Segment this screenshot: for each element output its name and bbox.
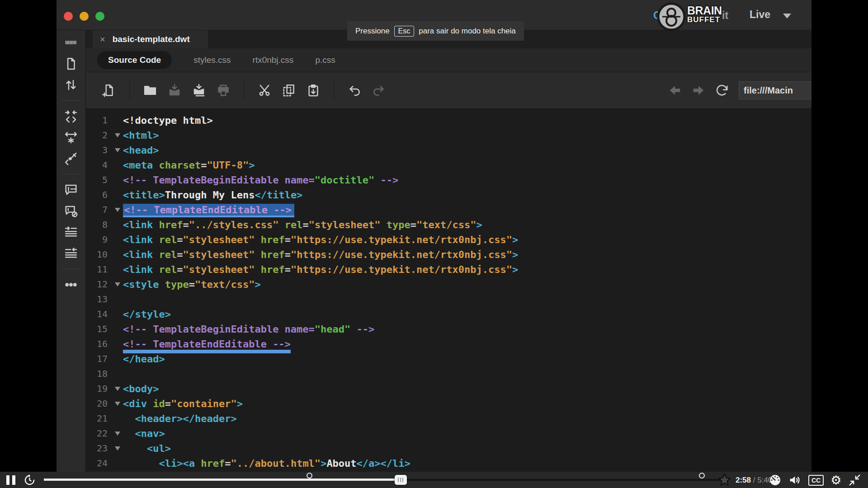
code-line-6[interactable]: 6<title>Through My Lens</title>	[86, 188, 811, 202]
code-text[interactable]: <!-- TemplateEndEditable -->	[123, 202, 294, 217]
settings-gear-icon[interactable]: ⚙	[830, 474, 841, 486]
code-text[interactable]: <!-- TemplateBeginEditable name="head" -…	[123, 322, 374, 337]
related-file-0[interactable]: Source Code	[97, 51, 172, 69]
fold-arrow-icon[interactable]	[112, 202, 123, 217]
code-line-21[interactable]: 21 <header></header>	[86, 411, 811, 426]
code-text[interactable]: <head>	[123, 143, 159, 158]
code-text[interactable]: <div id="container">	[123, 396, 243, 411]
refresh-icon[interactable]	[715, 84, 729, 97]
indent-icon[interactable]	[64, 225, 78, 239]
view-mode-live[interactable]: Live	[750, 9, 770, 21]
apply-comment-icon[interactable]	[64, 183, 78, 197]
minimize-window-button[interactable]	[80, 12, 89, 21]
code-line-2[interactable]: 2<html>	[86, 128, 811, 143]
code-line-13[interactable]: 13	[86, 292, 811, 307]
code-line-24[interactable]: 24 <li><a href="../about.html">About</a>…	[86, 456, 811, 471]
code-line-5[interactable]: 5<!-- TemplateBeginEditable name="doctit…	[86, 173, 811, 188]
code-text[interactable]: <ul>	[123, 441, 171, 456]
more-options-icon[interactable]	[64, 278, 78, 291]
code-text[interactable]: <link rel="stylesheet" href="https://use…	[123, 232, 518, 247]
fold-arrow-icon[interactable]	[112, 143, 123, 158]
progress-marker-1[interactable]	[699, 473, 705, 479]
code-text[interactable]: <link rel="stylesheet" href="https://use…	[123, 247, 518, 262]
remove-comment-icon[interactable]	[64, 204, 78, 218]
fold-arrow-icon[interactable]	[112, 128, 123, 143]
fold-arrow-icon[interactable]	[112, 441, 123, 456]
code-text[interactable]: <html>	[123, 128, 159, 143]
pause-button[interactable]	[6, 475, 15, 485]
code-line-10[interactable]: 10<link rel="stylesheet" href="https://u…	[86, 247, 811, 262]
exit-fullscreen-icon[interactable]	[848, 474, 861, 487]
volume-icon[interactable]	[788, 474, 802, 487]
new-file-icon[interactable]	[102, 84, 116, 97]
print-icon[interactable]	[217, 84, 230, 97]
code-line-22[interactable]: 22 <nav>	[86, 426, 811, 441]
fold-arrow-icon[interactable]	[112, 381, 123, 396]
code-text[interactable]: <header></header>	[123, 411, 237, 426]
live-dropdown-caret-icon[interactable]	[783, 14, 791, 19]
code-text[interactable]: <link href="../styles.css" rel="styleshe…	[123, 217, 482, 232]
code-line-3[interactable]: 3<head>	[86, 143, 811, 158]
related-file-3[interactable]: p.css	[315, 55, 335, 65]
address-bar[interactable]: file:///Macin	[739, 81, 811, 99]
close-window-button[interactable]	[64, 12, 73, 21]
code-line-4[interactable]: 4<meta charset="UTF-8">	[86, 158, 811, 173]
seek-handle[interactable]	[395, 475, 407, 485]
code-line-12[interactable]: 12<style type="text/css">	[86, 277, 811, 292]
playback-speed-icon[interactable]	[769, 474, 782, 487]
code-text[interactable]: </head>	[123, 352, 165, 366]
code-line-14[interactable]: 14</style>	[86, 307, 811, 322]
code-text[interactable]: <style type="text/css">	[123, 277, 261, 292]
fold-arrow-icon[interactable]	[112, 426, 123, 441]
related-file-2[interactable]: rtx0nbj.css	[253, 55, 294, 65]
code-line-19[interactable]: 19<body>	[86, 381, 811, 396]
fold-arrow-icon[interactable]	[112, 277, 123, 292]
related-file-1[interactable]: styles.css	[193, 55, 231, 65]
code-text[interactable]: <meta charset="UTF-8">	[123, 158, 255, 173]
code-line-16[interactable]: 16<!-- TemplateEndEditable -->	[86, 337, 811, 352]
code-line-8[interactable]: 8<link href="../styles.css" rel="stylesh…	[86, 217, 811, 232]
code-text[interactable]: <li><a href="../about.html">About</a></l…	[123, 456, 410, 471]
code-text[interactable]: <nav>	[123, 426, 165, 441]
save-all-icon[interactable]	[192, 84, 206, 97]
forward-icon[interactable]	[692, 84, 705, 97]
save-icon[interactable]	[168, 84, 181, 97]
view-mode-split-partial[interactable]: it	[722, 9, 728, 22]
cut-icon[interactable]	[258, 84, 271, 97]
code-line-15[interactable]: 15<!-- TemplateBeginEditable name="head"…	[86, 322, 811, 337]
code-line-23[interactable]: 23 <ul>	[86, 441, 811, 456]
outdent-icon[interactable]	[64, 247, 78, 260]
document-tab[interactable]: × basic-template.dwt	[93, 30, 208, 48]
code-line-20[interactable]: 20<div id="container">	[86, 396, 811, 411]
replay-button[interactable]	[24, 474, 36, 486]
format-source-icon[interactable]	[64, 152, 78, 165]
open-file-icon[interactable]	[143, 84, 157, 97]
code-line-18[interactable]: 18	[86, 366, 811, 381]
collapse-code-icon[interactable]	[64, 109, 78, 123]
progress-marker-0[interactable]	[307, 473, 312, 479]
grip-icon[interactable]	[64, 36, 78, 49]
code-line-9[interactable]: 9<link rel="stylesheet" href="https://us…	[86, 232, 811, 247]
paste-icon[interactable]	[307, 84, 320, 97]
open-documents-icon[interactable]	[64, 57, 78, 70]
cc-toggle-button[interactable]: CC	[808, 475, 824, 486]
copy-icon[interactable]	[282, 84, 296, 97]
zoom-window-button[interactable]	[95, 12, 104, 21]
code-text[interactable]: <title>Through My Lens</title>	[123, 188, 302, 202]
redo-icon[interactable]	[372, 84, 386, 97]
code-text[interactable]: <body>	[123, 381, 159, 396]
code-text[interactable]: </style>	[123, 307, 171, 322]
code-text[interactable]: <!-- TemplateBeginEditable name="doctitl…	[123, 173, 398, 188]
wrap-tag-icon[interactable]	[64, 131, 78, 144]
undo-icon[interactable]	[348, 84, 361, 97]
code-editor[interactable]: 1<!doctype html>2<html>3<head>4<meta cha…	[86, 109, 811, 472]
code-line-7[interactable]: 7<!-- TemplateEndEditable -->	[86, 202, 811, 217]
close-tab-icon[interactable]: ×	[100, 35, 105, 44]
code-text[interactable]: <!-- TemplateEndEditable -->	[123, 337, 291, 352]
fold-arrow-icon[interactable]	[112, 396, 123, 411]
code-line-1[interactable]: 1<!doctype html>	[86, 113, 811, 128]
move-lines-icon[interactable]	[64, 78, 78, 92]
code-text[interactable]: <link rel="stylesheet" href="https://use…	[123, 262, 518, 277]
code-text[interactable]: <!doctype html>	[123, 113, 213, 128]
code-line-11[interactable]: 11<link rel="stylesheet" href="https://u…	[86, 262, 811, 277]
